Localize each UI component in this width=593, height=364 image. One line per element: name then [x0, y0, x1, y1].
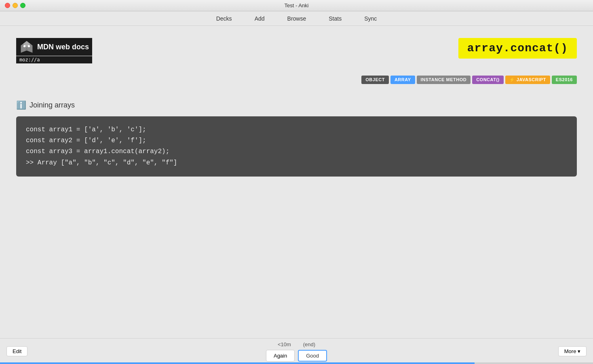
- edit-button[interactable]: Edit: [6, 346, 27, 356]
- mdn-wolf-icon: [19, 40, 34, 54]
- answer-section: <10m (end) Again Good: [266, 341, 327, 362]
- code-content: const array1 = ['a', 'b', 'c']; const ar…: [26, 124, 567, 168]
- card-header: MDN web docs moz://a array.concat(): [16, 38, 577, 63]
- info-section: ℹ️ Joining arrays: [16, 100, 577, 110]
- progress-bar-fill: [0, 362, 475, 364]
- svg-point-3: [28, 45, 30, 47]
- window-title: Test - Anki: [285, 2, 309, 8]
- minimize-button[interactable]: [13, 3, 18, 8]
- info-icon: ℹ️: [16, 100, 26, 110]
- menu-browse[interactable]: Browse: [284, 14, 310, 23]
- mdn-logo-top: MDN web docs: [16, 38, 92, 56]
- menu-stats[interactable]: Stats: [325, 14, 345, 23]
- menu-add[interactable]: Add: [251, 14, 268, 23]
- more-button[interactable]: More ▾: [558, 346, 587, 356]
- code-block: const array1 = ['a', 'b', 'c']; const ar…: [16, 116, 577, 177]
- tags-row: OBJECT ARRAY INSTANCE METHOD CONCAT() ⚡ …: [16, 76, 577, 84]
- mdn-logo-text: MDN web docs: [37, 43, 89, 51]
- card-title-text: array.concat(): [467, 42, 568, 55]
- again-button[interactable]: Again: [266, 350, 295, 362]
- title-bar: Test - Anki: [0, 0, 593, 11]
- section-title: Joining arrays: [30, 101, 75, 109]
- answer-buttons: Again Good: [266, 350, 327, 362]
- answer-timing: <10m (end): [278, 341, 315, 347]
- good-button[interactable]: Good: [298, 350, 327, 362]
- menu-sync[interactable]: Sync: [361, 14, 380, 23]
- mdn-logo: MDN web docs moz://a: [16, 38, 92, 63]
- timing-good: (end): [303, 341, 315, 347]
- mdn-sub-text: moz://a: [16, 56, 92, 63]
- tag-javascript: ⚡ JAVASCRIPT: [505, 76, 550, 84]
- card-content: MDN web docs moz://a array.concat() OBJE…: [0, 26, 593, 338]
- tag-array: ARRAY: [390, 76, 415, 84]
- tag-instance-method: INSTANCE METHOD: [417, 76, 471, 84]
- timing-again: <10m: [278, 341, 291, 347]
- progress-bar-container: [0, 362, 593, 364]
- svg-point-2: [23, 45, 25, 47]
- footer: Edit <10m (end) Again Good More ▾: [0, 338, 593, 364]
- menu-decks[interactable]: Decks: [213, 14, 235, 23]
- menu-bar: Decks Add Browse Stats Sync: [0, 11, 593, 26]
- card-title-badge: array.concat(): [458, 38, 577, 59]
- tag-concat: CONCAT(): [472, 76, 504, 84]
- tag-es2016: ES2016: [552, 76, 577, 84]
- maximize-button[interactable]: [20, 3, 25, 8]
- traffic-lights: [5, 3, 25, 8]
- tag-object: OBJECT: [361, 76, 389, 84]
- close-button[interactable]: [5, 3, 10, 8]
